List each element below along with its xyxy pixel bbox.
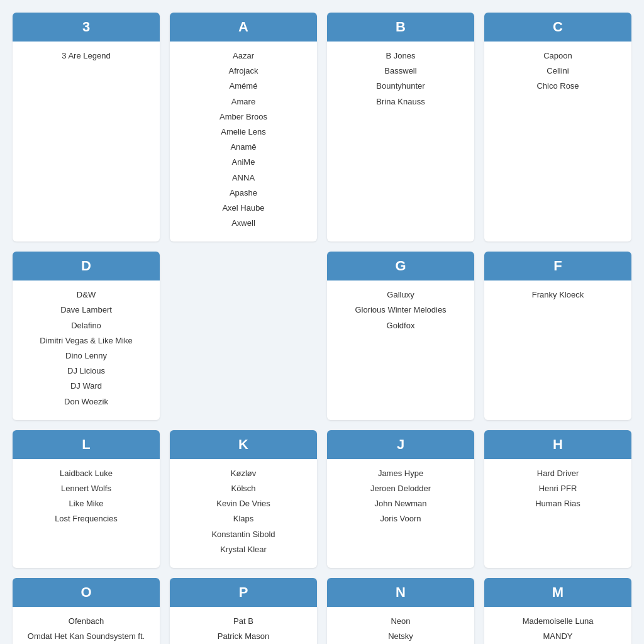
card-body-o: OfenbachOmdat Het Kan Soundsystem ft. Av… xyxy=(13,607,160,644)
artist-name[interactable]: Basswell xyxy=(333,65,468,77)
artist-name[interactable]: Capoon xyxy=(491,50,625,62)
artist-name[interactable]: DJ Ward xyxy=(19,380,153,392)
artist-name[interactable]: Dave Lambert xyxy=(19,304,153,316)
artist-name[interactable]: AniMe xyxy=(176,157,311,168)
artist-name[interactable]: Kölsch xyxy=(176,483,311,494)
artist-name[interactable]: Amelie Lens xyxy=(176,126,311,138)
artist-name[interactable]: Kevin De Vries xyxy=(176,498,311,509)
artist-name[interactable]: Mademoiselle Luna xyxy=(491,616,625,627)
card-body-f: Franky Kloeck xyxy=(484,280,631,313)
artist-name[interactable]: Galluxy xyxy=(333,289,468,301)
artist-name[interactable]: Apashe xyxy=(176,187,311,199)
card-b: BB JonesBasswellBountyhunterBrina Knauss xyxy=(327,13,474,242)
artist-name[interactable]: Dino Lenny xyxy=(19,350,153,362)
card-header-b: B xyxy=(327,13,474,42)
card-h: HHard DriverHenri PFRHuman Rias xyxy=(484,430,631,568)
artist-name[interactable]: Klaps xyxy=(176,513,311,525)
card-header-l: L xyxy=(13,430,160,459)
artist-name[interactable]: Axwell xyxy=(176,218,311,229)
artist-name[interactable]: MANDY xyxy=(491,631,625,642)
card-body-l: Laidback LukeLennert WolfsLike MikeLost … xyxy=(13,459,160,538)
artist-name[interactable]: Henri PFR xyxy=(491,483,625,494)
artist-name[interactable]: Don Woezik xyxy=(19,396,153,408)
artist-name[interactable]: Pat B xyxy=(176,616,311,627)
artist-name[interactable]: Krystal Klear xyxy=(176,544,311,555)
artist-name[interactable]: Aazar xyxy=(176,50,311,62)
card-c: CCapoonCelliniChico Rose xyxy=(484,13,631,242)
card-body-n: NeonNetskyNico MoranoNina Kraviz xyxy=(327,607,474,644)
card-d: DD&WDave LambertDelafinoDimitri Vegas & … xyxy=(13,252,160,420)
card-header-c: C xyxy=(484,13,631,42)
artist-name[interactable]: Neon xyxy=(333,616,468,627)
artist-name[interactable]: James Hype xyxy=(333,468,468,479)
card-f: FFranky Kloeck xyxy=(484,252,631,420)
card-p: PPat BPatrick MasonPretty Pink xyxy=(170,578,317,644)
card-header-three: 3 xyxy=(13,13,160,42)
artist-name[interactable]: Amber Broos xyxy=(176,111,311,123)
artist-name[interactable]: Cellini xyxy=(491,65,625,77)
artist-name[interactable]: Axel Haube xyxy=(176,203,311,214)
artist-name[interactable]: Lennert Wolfs xyxy=(19,483,153,494)
artist-name[interactable]: Bountyhunter xyxy=(333,80,468,92)
artist-name[interactable]: Laidback Luke xyxy=(19,468,153,479)
card-j: JJames HypeJeroen DelodderJohn NewmanJor… xyxy=(327,430,474,568)
card-header-a: A xyxy=(170,13,317,42)
artist-name[interactable]: Konstantin Sibold xyxy=(176,529,311,540)
card-body-a: AazarAfrojackAméméAmareAmber BroosAmelie… xyxy=(170,42,317,242)
card-k: KKøzløvKölschKevin De VriesKlapsKonstant… xyxy=(170,430,317,568)
artist-name[interactable]: Køzløv xyxy=(176,468,311,479)
artist-name[interactable]: Hard Driver xyxy=(491,468,625,479)
card-header-n: N xyxy=(327,578,474,607)
artist-name[interactable]: Amémé xyxy=(176,80,311,92)
artist-name[interactable]: John Newman xyxy=(333,498,468,509)
artist-name[interactable]: Like Mike xyxy=(19,498,153,509)
artist-name[interactable]: Franky Kloeck xyxy=(491,289,625,301)
card-three: 33 Are Legend xyxy=(13,13,160,242)
card-header-p: P xyxy=(170,578,317,607)
artist-name[interactable]: Omdat Het Kan Soundsystem ft. Average Ro… xyxy=(19,631,153,644)
artist-name[interactable]: DJ Licious xyxy=(19,365,153,377)
artist-name[interactable]: 3 Are Legend xyxy=(19,50,153,62)
main-grid: 33 Are LegendAAazarAfrojackAméméAmareAmb… xyxy=(13,13,631,644)
artist-name[interactable]: Ofenbach xyxy=(19,616,153,627)
card-g: GGalluxyGlorious Winter MelodiesGoldfox xyxy=(327,252,474,420)
card-header-m: M xyxy=(484,578,631,607)
card-header-d: D xyxy=(13,252,160,280)
card-body-three: 3 Are Legend xyxy=(13,42,160,74)
artist-name[interactable]: Brina Knauss xyxy=(333,96,468,108)
card-body-h: Hard DriverHenri PFRHuman Rias xyxy=(484,459,631,523)
card-m: MMademoiselle LunaMANDYMark With a KMart… xyxy=(484,578,631,644)
artist-name[interactable]: Lost Frequencies xyxy=(19,513,153,525)
artist-name[interactable]: ANNA xyxy=(176,172,311,184)
artist-name[interactable]: D&W xyxy=(19,289,153,301)
artist-name[interactable]: Delafino xyxy=(19,320,153,331)
card-body-b: B JonesBasswellBountyhunterBrina Knauss xyxy=(327,42,474,120)
artist-name[interactable]: Amare xyxy=(176,96,311,108)
card-body-g: GalluxyGlorious Winter MelodiesGoldfox xyxy=(327,280,474,344)
card-body-k: KøzløvKölschKevin De VriesKlapsKonstanti… xyxy=(170,459,317,568)
artist-name[interactable]: Anamê xyxy=(176,142,311,153)
artist-name[interactable]: Joris Voorn xyxy=(333,513,468,525)
card-header-g: G xyxy=(327,252,474,280)
card-l: LLaidback LukeLennert WolfsLike MikeLost… xyxy=(13,430,160,568)
artist-name[interactable]: Netsky xyxy=(333,631,468,642)
artist-name[interactable]: B Jones xyxy=(333,50,468,62)
card-body-p: Pat BPatrick MasonPretty Pink xyxy=(170,607,317,644)
artist-name[interactable]: Patrick Mason xyxy=(176,631,311,642)
artist-name[interactable]: Goldfox xyxy=(333,320,468,331)
artist-name[interactable]: Dimitri Vegas & Like Mike xyxy=(19,335,153,347)
card-header-o: O xyxy=(13,578,160,607)
artist-name[interactable]: Human Rias xyxy=(491,498,625,509)
artist-name[interactable]: Jeroen Delodder xyxy=(333,483,468,494)
artist-name[interactable]: Glorious Winter Melodies xyxy=(333,304,468,316)
card-header-k: K xyxy=(170,430,317,459)
card-body-j: James HypeJeroen DelodderJohn NewmanJori… xyxy=(327,459,474,538)
artist-name[interactable]: Afrojack xyxy=(176,65,311,77)
card-a: AAazarAfrojackAméméAmareAmber BroosAmeli… xyxy=(170,13,317,242)
card-body-m: Mademoiselle LunaMANDYMark With a KMarti… xyxy=(484,607,631,644)
card-header-j: J xyxy=(327,430,474,459)
card-header-h: H xyxy=(484,430,631,459)
artist-name[interactable]: Chico Rose xyxy=(491,80,625,92)
card-header-f: F xyxy=(484,252,631,280)
card-body-d: D&WDave LambertDelafinoDimitri Vegas & L… xyxy=(13,280,160,420)
